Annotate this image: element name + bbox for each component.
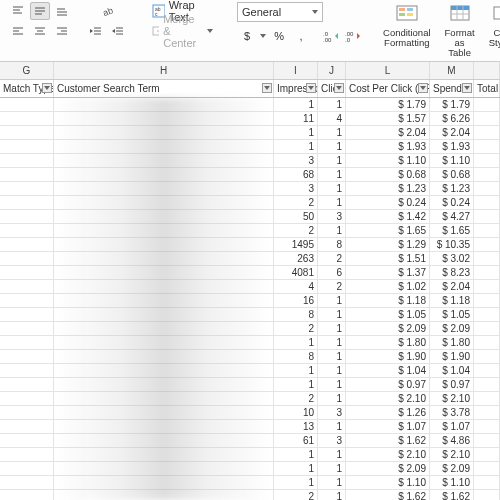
cell-total[interactable] xyxy=(474,154,500,167)
cell-spend[interactable]: $ 1.65 xyxy=(430,224,474,237)
cell-impressions[interactable]: 3 xyxy=(274,154,318,167)
col-letter-h[interactable]: H xyxy=(54,62,274,79)
percent-button[interactable]: % xyxy=(269,27,289,45)
cell-impressions[interactable]: 16 xyxy=(274,294,318,307)
cell-clicks[interactable]: 1 xyxy=(318,448,346,461)
cell-clicks[interactable]: 3 xyxy=(318,210,346,223)
cell-impressions[interactable]: 2 xyxy=(274,392,318,405)
table-row[interactable]: 11$ 2.04$ 2.04 xyxy=(0,126,500,140)
cell-total[interactable] xyxy=(474,490,500,500)
cell-cpc[interactable]: $ 2.10 xyxy=(346,392,430,405)
cell-cpc[interactable]: $ 1.04 xyxy=(346,364,430,377)
filter-arrow-icon[interactable] xyxy=(418,83,428,93)
cell-spend[interactable]: $ 2.10 xyxy=(430,448,474,461)
cell-match-type[interactable] xyxy=(0,448,54,461)
cell-spend[interactable]: $ 1.79 xyxy=(430,98,474,111)
cell-match-type[interactable] xyxy=(0,392,54,405)
cell-clicks[interactable]: 1 xyxy=(318,308,346,321)
cell-impressions[interactable]: 1 xyxy=(274,462,318,475)
cell-total[interactable] xyxy=(474,140,500,153)
cell-spend[interactable]: $ 10.35 xyxy=(430,238,474,251)
cell-cpc[interactable]: $ 1.62 xyxy=(346,490,430,500)
table-row[interactable]: 81$ 1.05$ 1.05 xyxy=(0,308,500,322)
number-format-dropdown[interactable]: General xyxy=(237,2,323,22)
col-letter-extra[interactable] xyxy=(474,62,500,79)
cell-cpc[interactable]: $ 1.79 xyxy=(346,98,430,111)
align-center-button[interactable] xyxy=(30,22,50,40)
cell-cpc[interactable]: $ 1.93 xyxy=(346,140,430,153)
header-search-term[interactable]: Customer Search Term xyxy=(54,80,274,97)
align-middle-button[interactable] xyxy=(30,2,50,20)
cell-cpc[interactable]: $ 1.18 xyxy=(346,294,430,307)
increase-decimal-button[interactable]: .0.00 xyxy=(321,27,341,45)
table-row[interactable]: 11$ 1.10$ 1.10 xyxy=(0,476,500,490)
cell-spend[interactable]: $ 1.23 xyxy=(430,182,474,195)
cell-total[interactable] xyxy=(474,182,500,195)
cell-search-term[interactable] xyxy=(54,182,274,195)
header-clicks[interactable]: Click xyxy=(318,80,346,97)
cell-impressions[interactable]: 1 xyxy=(274,336,318,349)
cell-clicks[interactable]: 1 xyxy=(318,182,346,195)
cell-impressions[interactable]: 1 xyxy=(274,448,318,461)
cell-spend[interactable]: $ 2.10 xyxy=(430,392,474,405)
table-row[interactable]: 2632$ 1.51$ 3.02 xyxy=(0,252,500,266)
cell-spend[interactable]: $ 2.09 xyxy=(430,322,474,335)
cell-cpc[interactable]: $ 1.07 xyxy=(346,420,430,433)
cell-search-term[interactable] xyxy=(54,126,274,139)
cell-clicks[interactable]: 1 xyxy=(318,378,346,391)
cell-match-type[interactable] xyxy=(0,154,54,167)
filter-arrow-icon[interactable] xyxy=(262,83,272,93)
cell-match-type[interactable] xyxy=(0,308,54,321)
cell-impressions[interactable]: 1 xyxy=(274,140,318,153)
cell-spend[interactable]: $ 1.93 xyxy=(430,140,474,153)
cell-cpc[interactable]: $ 1.42 xyxy=(346,210,430,223)
align-right-button[interactable] xyxy=(52,22,72,40)
cell-match-type[interactable] xyxy=(0,336,54,349)
cell-search-term[interactable] xyxy=(54,210,274,223)
cell-match-type[interactable] xyxy=(0,406,54,419)
cell-total[interactable] xyxy=(474,196,500,209)
orientation-button[interactable]: ab xyxy=(97,2,117,20)
cell-match-type[interactable] xyxy=(0,196,54,209)
cell-spend[interactable]: $ 0.68 xyxy=(430,168,474,181)
cell-total[interactable] xyxy=(474,364,500,377)
header-total[interactable]: Total A xyxy=(474,80,500,97)
cell-clicks[interactable]: 1 xyxy=(318,476,346,489)
cell-cpc[interactable]: $ 0.68 xyxy=(346,168,430,181)
cell-spend[interactable]: $ 4.27 xyxy=(430,210,474,223)
increase-indent-button[interactable] xyxy=(108,22,128,40)
cell-total[interactable] xyxy=(474,448,500,461)
cell-impressions[interactable]: 1 xyxy=(274,126,318,139)
cell-cpc[interactable]: $ 1.29 xyxy=(346,238,430,251)
cell-search-term[interactable] xyxy=(54,280,274,293)
cell-clicks[interactable]: 1 xyxy=(318,322,346,335)
table-row[interactable]: 21$ 2.10$ 2.10 xyxy=(0,392,500,406)
cell-cpc[interactable]: $ 1.37 xyxy=(346,266,430,279)
cell-search-term[interactable] xyxy=(54,322,274,335)
col-letter-l[interactable]: L xyxy=(346,62,430,79)
cell-cpc[interactable]: $ 2.09 xyxy=(346,462,430,475)
cell-impressions[interactable]: 1 xyxy=(274,364,318,377)
cell-search-term[interactable] xyxy=(54,476,274,489)
cell-match-type[interactable] xyxy=(0,490,54,500)
table-row[interactable]: 613$ 1.62$ 4.86 xyxy=(0,434,500,448)
cell-total[interactable] xyxy=(474,98,500,111)
cell-impressions[interactable]: 1 xyxy=(274,378,318,391)
decrease-indent-button[interactable] xyxy=(86,22,106,40)
cell-spend[interactable]: $ 3.02 xyxy=(430,252,474,265)
cell-spend[interactable]: $ 0.24 xyxy=(430,196,474,209)
cell-search-term[interactable] xyxy=(54,238,274,251)
cell-clicks[interactable]: 1 xyxy=(318,140,346,153)
cell-spend[interactable]: $ 2.09 xyxy=(430,462,474,475)
cell-clicks[interactable]: 1 xyxy=(318,336,346,349)
cell-impressions[interactable]: 4 xyxy=(274,280,318,293)
cell-cpc[interactable]: $ 1.65 xyxy=(346,224,430,237)
cell-clicks[interactable]: 8 xyxy=(318,238,346,251)
table-row[interactable]: 11$ 2.10$ 2.10 xyxy=(0,448,500,462)
cell-clicks[interactable]: 1 xyxy=(318,350,346,363)
cell-impressions[interactable]: 10 xyxy=(274,406,318,419)
cell-match-type[interactable] xyxy=(0,322,54,335)
cell-total[interactable] xyxy=(474,392,500,405)
cell-match-type[interactable] xyxy=(0,420,54,433)
table-row[interactable]: 114$ 1.57$ 6.26 xyxy=(0,112,500,126)
